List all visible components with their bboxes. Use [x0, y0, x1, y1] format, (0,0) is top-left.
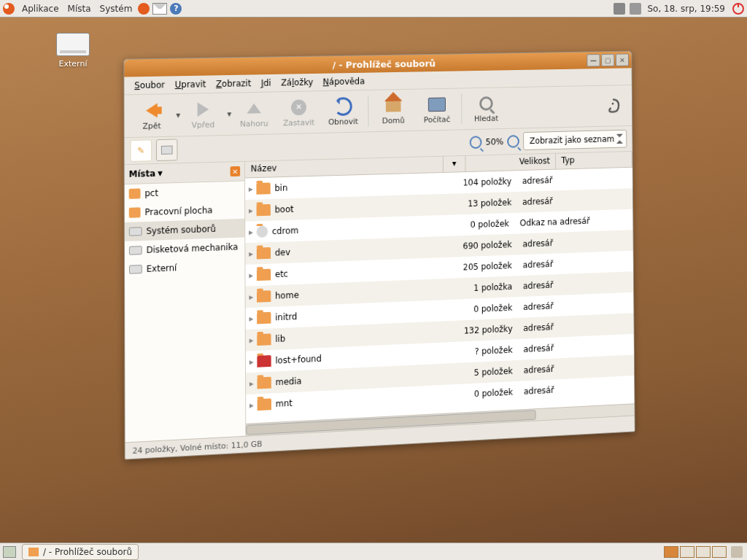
window-title: / - Prohlížeč souborů — [333, 58, 436, 70]
expand-icon[interactable]: ▸ — [245, 206, 257, 216]
arrow-right-icon — [198, 102, 209, 117]
menu-system[interactable]: Systém — [96, 4, 137, 14]
folder-icon — [28, 548, 39, 556]
shutdown-icon[interactable] — [732, 3, 744, 15]
pencil-icon: ✎ — [137, 146, 144, 156]
drive-icon — [129, 246, 142, 255]
menu-view[interactable]: Zobrazit — [212, 77, 255, 90]
menu-applications[interactable]: Aplikace — [18, 4, 63, 14]
expand-icon[interactable]: ▸ — [245, 249, 257, 259]
throbber-icon — [603, 95, 622, 116]
forward-button[interactable]: Vpřed — [180, 99, 225, 130]
reload-button[interactable]: Obnovit — [321, 96, 365, 126]
folder-icon — [129, 207, 141, 217]
back-button[interactable]: Zpět — [128, 101, 174, 131]
maximize-button[interactable]: ▢ — [601, 54, 614, 66]
expand-icon[interactable]: ▸ — [246, 400, 258, 411]
close-button[interactable]: ✕ — [616, 53, 629, 66]
menu-go[interactable]: Jdi — [257, 77, 276, 90]
sidebar: Místa▼ ✕ pctPracovní plochaSystém soubor… — [125, 162, 247, 443]
view-mode-select[interactable]: Zobrazit jako seznam — [524, 130, 627, 150]
workspace-switcher[interactable] — [664, 546, 727, 558]
workspace-3[interactable] — [696, 546, 711, 558]
sidebar-place-externí[interactable]: Externí — [125, 256, 244, 279]
expand-icon[interactable]: ▸ — [246, 314, 258, 324]
arrow-up-icon — [247, 103, 261, 113]
zoom-in-button[interactable] — [508, 135, 520, 148]
expand-icon[interactable]: ▸ — [245, 270, 257, 280]
col-size: Velikost — [465, 154, 556, 171]
expand-icon[interactable]: ▸ — [246, 378, 258, 389]
folder-icon — [257, 312, 271, 324]
window-body: Místa▼ ✕ pctPracovní plochaSystém soubor… — [125, 152, 635, 443]
workspace-2[interactable] — [680, 546, 694, 558]
drive-icon — [56, 33, 90, 56]
edit-path-button[interactable]: ✎ — [130, 139, 152, 162]
minimize-button[interactable]: — — [587, 54, 600, 66]
path-root-button[interactable] — [156, 139, 178, 162]
folder-icon — [256, 182, 270, 194]
sort-indicator[interactable]: ▾ — [444, 156, 466, 172]
stop-button[interactable]: ✕Zastavit — [276, 98, 321, 128]
menu-places[interactable]: Místa — [63, 4, 96, 14]
menu-edit[interactable]: Upravit — [171, 77, 211, 91]
sidebar-header[interactable]: Místa▼ ✕ — [125, 162, 244, 184]
folder-icon — [258, 398, 271, 411]
ubuntu-logo-icon — [3, 3, 15, 15]
expand-icon[interactable]: ▸ — [245, 184, 256, 194]
zoom-value: 50% — [486, 137, 504, 147]
desktop-icon-external[interactable]: Externí — [47, 33, 98, 69]
taskbar-item[interactable]: / - Prohlížeč souborů — [22, 544, 139, 560]
error-icon — [257, 355, 271, 368]
drive-icon — [129, 227, 142, 236]
trash-icon[interactable] — [731, 546, 743, 558]
expand-icon[interactable]: ▸ — [246, 335, 258, 346]
file-pane: Název ▾ Velikost Typ ▸bin104 položkyadre… — [245, 152, 635, 436]
desktop-icon-label: Externí — [47, 59, 98, 69]
tray-icon[interactable] — [614, 3, 625, 15]
expand-icon[interactable]: ▸ — [246, 357, 258, 368]
expand-icon[interactable]: ▸ — [246, 292, 258, 302]
drive-icon — [129, 265, 142, 274]
sidebar-close-button[interactable]: ✕ — [231, 166, 241, 176]
folder-icon — [129, 188, 141, 198]
up-button[interactable]: Nahoru — [231, 98, 276, 129]
folder-icon — [257, 377, 271, 389]
search-icon — [479, 96, 493, 111]
drive-icon — [161, 146, 173, 155]
workspace-1[interactable] — [664, 546, 678, 558]
show-desktop-icon — [3, 546, 16, 558]
file-manager-window: / - Prohlížeč souborů — ▢ ✕ Soubor Uprav… — [123, 51, 635, 460]
cd-icon — [257, 226, 268, 238]
show-desktop-button[interactable] — [0, 546, 19, 558]
menu-file[interactable]: Soubor — [130, 78, 169, 92]
mail-icon[interactable] — [152, 3, 167, 15]
folder-icon — [257, 247, 271, 259]
help-icon[interactable]: ? — [170, 3, 182, 15]
clock[interactable]: So, 18. srp, 19:59 — [643, 4, 730, 14]
arrow-left-icon — [146, 103, 158, 117]
workspace-4[interactable] — [712, 546, 727, 558]
home-icon — [386, 98, 401, 112]
folder-icon — [257, 269, 271, 281]
computer-button[interactable]: Počítač — [415, 95, 459, 125]
stop-icon: ✕ — [291, 99, 306, 115]
search-button[interactable]: Hledat — [465, 93, 508, 123]
top-panel: Aplikace Místa Systém ? So, 18. srp, 19:… — [0, 0, 747, 18]
volume-icon[interactable] — [630, 3, 641, 15]
zoom-out-button[interactable] — [469, 136, 481, 149]
expand-icon[interactable]: ▸ — [245, 227, 257, 237]
home-button[interactable]: Domů — [371, 96, 415, 125]
bottom-panel: / - Prohlížeč souborů — [0, 542, 747, 560]
folder-icon — [257, 290, 271, 303]
menu-help[interactable]: Nápověda — [319, 75, 369, 89]
folder-icon — [257, 333, 271, 346]
svg-point-0 — [612, 103, 614, 105]
computer-icon — [428, 97, 446, 112]
firefox-icon[interactable] — [138, 3, 150, 15]
menu-bookmarks[interactable]: Záložky — [276, 76, 317, 90]
col-type: Typ — [556, 152, 632, 169]
reload-icon — [334, 97, 352, 116]
folder-icon — [257, 204, 271, 216]
